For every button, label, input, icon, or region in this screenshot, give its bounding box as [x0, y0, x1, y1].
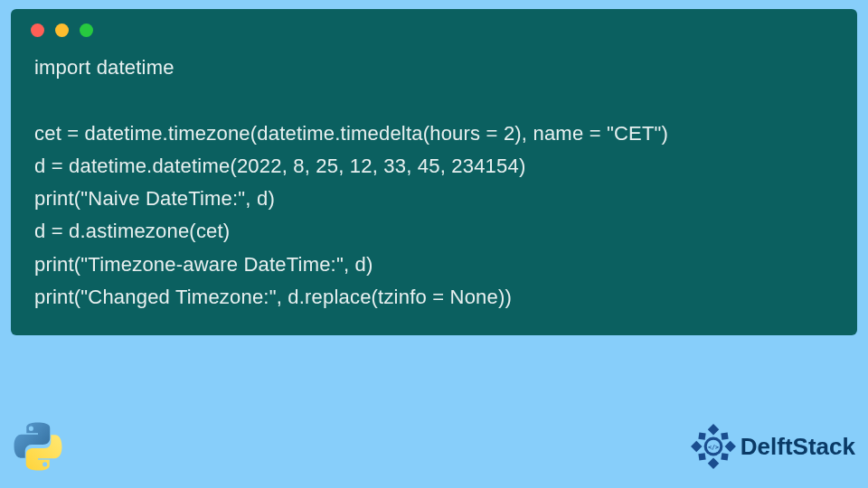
maximize-icon: [80, 23, 93, 37]
code-window: import datetime cet = datetime.timezone(…: [11, 9, 857, 335]
svg-text:</>: </>: [708, 444, 719, 451]
delftstack-mark-icon: </>: [690, 423, 737, 470]
delftstack-logo: </> DelftStack: [690, 423, 855, 470]
delftstack-text: DelftStack: [741, 433, 855, 461]
window-titlebar: [11, 9, 857, 46]
python-logo-icon: [13, 421, 63, 472]
svg-marker-5: [721, 432, 728, 439]
svg-marker-6: [698, 453, 705, 460]
svg-marker-3: [724, 441, 735, 452]
close-icon: [31, 23, 44, 37]
svg-marker-4: [698, 432, 705, 439]
svg-marker-1: [708, 457, 719, 468]
svg-marker-0: [708, 424, 719, 435]
svg-marker-7: [721, 453, 728, 460]
svg-marker-2: [691, 441, 702, 452]
code-block: import datetime cet = datetime.timezone(…: [11, 46, 857, 319]
minimize-icon: [55, 23, 69, 37]
